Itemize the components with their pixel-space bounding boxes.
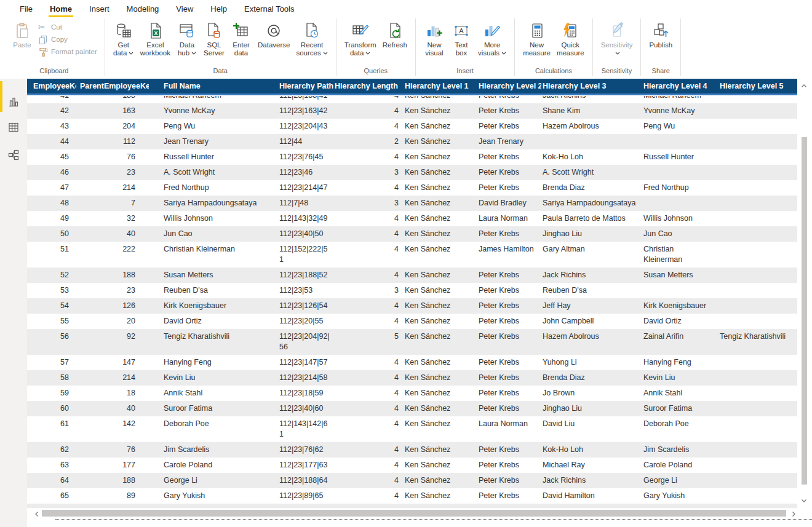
transform-data-icon — [351, 22, 370, 40]
table-row[interactable]: 42163Yvonne McKay112|23|163|424Ken Sánch… — [27, 103, 797, 119]
table-row[interactable]: 5918Annik Stahl112|23|18|594Ken SánchezP… — [27, 386, 797, 401]
refresh-button[interactable]: Refresh — [380, 20, 410, 50]
table-row[interactable]: 6276Jim Scardelis112|23|76|624Ken Sánche… — [27, 442, 797, 458]
format-painter-button[interactable]: Format painter — [36, 46, 100, 58]
table-row[interactable]: 58214Kevin Liu112|23|214|584Ken SánchezP… — [27, 370, 797, 386]
cell: Hazem Abolrous — [541, 119, 642, 134]
data-hub-button[interactable]: Datahub — [173, 20, 201, 58]
table-row[interactable]: 6623Cristian Petculescu112|23|663Ken Sán… — [27, 504, 797, 508]
cell: 3 — [335, 283, 404, 298]
dataverse-button[interactable]: Dataverse — [255, 20, 293, 50]
sensitivity-button[interactable]: Sensitivity — [598, 20, 636, 58]
table-row[interactable]: 41188Michael Raheem112|23|188|414Ken Sán… — [27, 96, 797, 103]
column-header-hierarchy-path[interactable]: Hierarchy Path — [266, 79, 335, 93]
table-row[interactable]: 5040Jun Cao112|23|40|504Ken SánchezPeter… — [27, 226, 797, 242]
ribbon-group-calculations: NewmeasureQuickmeasureCalculations — [515, 18, 593, 76]
copy-button[interactable]: Copy — [36, 33, 100, 46]
dataverse-icon — [265, 22, 283, 40]
paste-label: Paste — [13, 41, 31, 49]
tab-home[interactable]: Home — [41, 1, 81, 18]
cell: Kevin Liu — [642, 370, 718, 386]
horizontal-scrollbar[interactable] — [27, 508, 800, 518]
tab-view[interactable]: View — [167, 1, 202, 18]
get-data-button[interactable]: Getdata — [110, 20, 137, 58]
excel-workbook-button[interactable]: XExcelworkbook — [137, 20, 173, 58]
scroll-left-icon[interactable] — [33, 509, 41, 517]
cell: Ken Sánchez — [404, 370, 477, 386]
column-header-hierarchy-level-1[interactable]: Hierarchy Level 1 — [404, 79, 477, 93]
cell: 54 — [27, 298, 76, 314]
publish-button[interactable]: Publish — [646, 20, 675, 50]
cut-button[interactable]: ✂Cut — [36, 21, 100, 33]
tab-external-tools[interactable]: External Tools — [236, 1, 303, 18]
cell: Ken Sánchez — [404, 242, 477, 267]
cell: 222 — [76, 242, 149, 267]
table-row[interactable]: 4932Willis Johnson112|143|32|494Ken Sánc… — [27, 211, 797, 226]
new-measure-button[interactable]: Newmeasure — [520, 20, 554, 58]
column-header-parentemployeekey[interactable]: ParentEmployeeKey — [76, 79, 149, 93]
scroll-up-icon[interactable] — [800, 81, 808, 89]
cell: Shane Kim — [541, 103, 642, 119]
table-row[interactable]: 6040Suroor Fatima112|23|40|604Ken Sánche… — [27, 401, 797, 416]
table-row[interactable]: 52188Susan Metters112|23|188|524Ken Sánc… — [27, 267, 797, 283]
table-row[interactable]: 487Sariya Harnpadoungsataya112|7|483Ken … — [27, 196, 797, 211]
cell — [718, 283, 797, 298]
vertical-scrollbar[interactable] — [797, 79, 812, 508]
chevron-down-icon — [615, 49, 620, 57]
tab-help[interactable]: Help — [202, 1, 236, 18]
column-header-hierarchy-length[interactable]: Hierarchy Length — [335, 79, 404, 93]
scroll-down-icon[interactable] — [800, 496, 808, 503]
tab-file[interactable]: File — [11, 1, 41, 18]
cell: Gary Yukish — [642, 488, 718, 504]
column-header-hierarchy-level-3[interactable]: Hierarchy Level 3 — [541, 79, 642, 93]
table-row[interactable]: 64188George Li112|23|188|644Ken SánchezP… — [27, 473, 797, 488]
table-row[interactable]: 43204Peng Wu112|23|204|434Ken SánchezPet… — [27, 119, 797, 134]
tab-modeling[interactable]: Modeling — [118, 1, 168, 18]
cell: 3 — [335, 504, 404, 508]
cell: 4 — [335, 103, 404, 119]
table-row[interactable]: 4623A. Scott Wright112|23|463Ken Sánchez… — [27, 165, 797, 180]
cell: Susan Metters — [642, 267, 718, 283]
table-row[interactable]: 44112Jean Trenary112|442Ken SánchezJean … — [27, 134, 797, 149]
table-row[interactable]: 57147Hanying Feng112|23|147|574Ken Sánch… — [27, 355, 797, 370]
transform-data-button[interactable]: Transformdata — [341, 20, 380, 58]
scroll-right-icon[interactable] — [790, 509, 797, 517]
excel-workbook-icon: X — [146, 22, 164, 40]
quick-measure-button[interactable]: Quickmeasure — [554, 20, 587, 58]
data-view-icon[interactable] — [7, 121, 20, 133]
cell: 112|23|177|63 — [266, 458, 335, 473]
cell: 4 — [335, 119, 404, 134]
table-row[interactable]: 5520David Ortiz112|23|20|554Ken SánchezP… — [27, 314, 797, 329]
more-visuals-button[interactable]: Morevisuals — [475, 20, 509, 58]
recent-sources-button[interactable]: Recentsources — [293, 20, 330, 58]
table-row[interactable]: 5692Tengiz Kharatishvili112|23|204|92|56… — [27, 329, 797, 355]
model-view-icon[interactable] — [7, 149, 20, 161]
sql-server-button[interactable]: SQLServer — [201, 20, 228, 58]
column-header-hierarchy-level-5[interactable]: Hierarchy Level 5 — [718, 79, 797, 93]
table-row[interactable]: 5323Reuben D'sa112|23|533Ken SánchezPete… — [27, 283, 797, 298]
table-row[interactable]: 51222Christian Kleinerman112|152|222|514… — [27, 242, 797, 267]
new-measure-label: New — [530, 41, 544, 49]
column-header-hierarchy-level-2[interactable]: Hierarchy Level 2 — [477, 79, 541, 93]
new-visual-button[interactable]: Newvisual — [421, 20, 448, 58]
table-row[interactable]: 54126Kirk Koenigsbauer112|23|126|544Ken … — [27, 298, 797, 314]
table-row[interactable]: 4576Russell Hunter112|23|76|454Ken Sánch… — [27, 149, 797, 165]
cell: Yvonne McKay — [149, 103, 266, 119]
cell: Ken Sánchez — [404, 314, 477, 329]
table-row[interactable]: 61142Deborah Poe112|143|142|614Ken Sánch… — [27, 416, 797, 442]
text-box-button[interactable]: ATextbox — [448, 20, 475, 58]
report-view-icon[interactable] — [7, 95, 20, 108]
vertical-scrollbar-thumb[interactable] — [802, 137, 807, 485]
column-header-hierarchy-level-4[interactable]: Hierarchy Level 4 — [642, 79, 718, 93]
table-row[interactable]: 63177Carole Poland112|23|177|634Ken Sánc… — [27, 458, 797, 473]
column-header-employeekey[interactable]: EmployeeKey — [27, 79, 76, 93]
table-row[interactable]: 47214Fred Northup112|23|214|474Ken Sánch… — [27, 180, 797, 196]
horizontal-scrollbar-thumb[interactable] — [42, 510, 786, 517]
paste-button[interactable]: Paste — [9, 20, 36, 50]
sql-server-label: Server — [204, 49, 225, 57]
enter-data-button[interactable]: Enterdata — [228, 20, 255, 58]
column-header-full-name[interactable]: Full Name — [149, 79, 266, 93]
table-row[interactable]: 6589Gary Yukish112|23|89|654Ken SánchezP… — [27, 488, 797, 504]
ribbon-group-label: Share — [646, 66, 675, 76]
tab-insert[interactable]: Insert — [81, 1, 118, 18]
